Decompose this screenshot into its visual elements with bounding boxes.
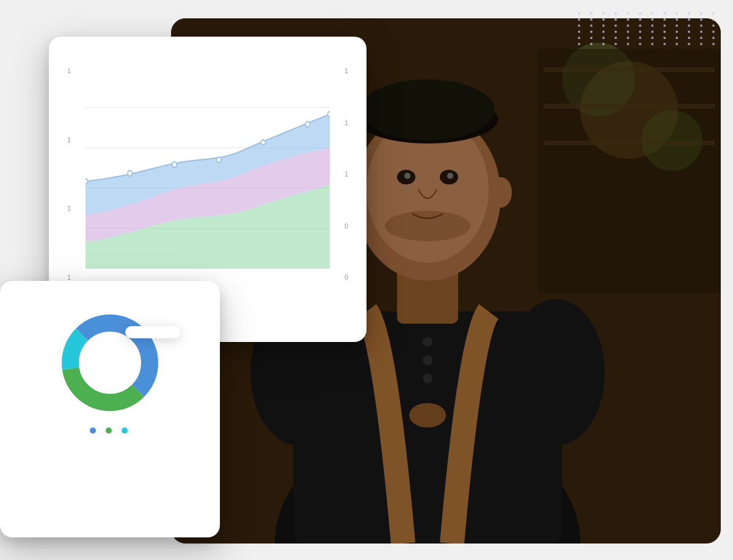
y-label: 1 xyxy=(67,274,71,281)
svg-point-19 xyxy=(360,79,495,140)
y-label: 0 xyxy=(345,274,348,281)
y-label: 1 xyxy=(67,67,71,75)
donut-chart-svg xyxy=(55,308,165,418)
y-label: 0 xyxy=(345,222,348,230)
y-label: 1 xyxy=(345,67,348,75)
svg-point-21 xyxy=(490,177,512,208)
svg-point-23 xyxy=(423,337,432,347)
svg-point-32 xyxy=(86,179,88,184)
svg-point-16 xyxy=(404,173,410,179)
svg-point-34 xyxy=(172,162,177,167)
svg-point-22 xyxy=(385,211,470,241)
svg-point-24 xyxy=(423,355,432,365)
total-leads-card xyxy=(0,281,220,537)
line-chart-svg xyxy=(86,67,330,269)
y-label: 1 xyxy=(67,136,71,144)
svg-point-10 xyxy=(409,403,446,427)
dot-pattern: const dotPattern = document.querySelecto… xyxy=(578,12,721,45)
y-axis-right: 1 1 1 0 0 xyxy=(342,67,348,281)
legend-item-other xyxy=(122,427,130,434)
donut-legend xyxy=(17,427,203,434)
svg-point-25 xyxy=(423,374,432,384)
legend-item-content xyxy=(106,427,114,434)
svg-point-33 xyxy=(128,170,132,176)
svg-rect-6 xyxy=(544,104,715,109)
svg-point-35 xyxy=(217,157,221,162)
donut-chart-container xyxy=(55,308,165,418)
svg-rect-7 xyxy=(544,140,715,145)
ads-tooltip xyxy=(125,326,180,338)
y-axis-left: 1 1 1 1 xyxy=(67,67,76,281)
chart-area: 1 1 1 1 1 1 1 0 0 xyxy=(67,67,348,281)
svg-rect-5 xyxy=(544,67,715,72)
svg-point-36 xyxy=(261,140,265,145)
svg-point-17 xyxy=(447,173,453,179)
scene: const dotPattern = document.querySelecto… xyxy=(0,0,733,560)
chart-svg-area xyxy=(86,67,330,269)
svg-point-27 xyxy=(507,299,605,446)
svg-point-37 xyxy=(305,122,310,127)
svg-point-43 xyxy=(79,332,140,393)
legend-color-content xyxy=(106,427,112,434)
y-label: 1 xyxy=(345,119,348,126)
svg-point-38 xyxy=(327,112,330,117)
legend-color-ads xyxy=(90,427,96,434)
y-label: 1 xyxy=(345,170,348,178)
y-label: 1 xyxy=(67,205,71,212)
svg-rect-4 xyxy=(538,49,721,293)
legend-color-other xyxy=(122,427,128,434)
legend-item-ads xyxy=(90,427,98,434)
